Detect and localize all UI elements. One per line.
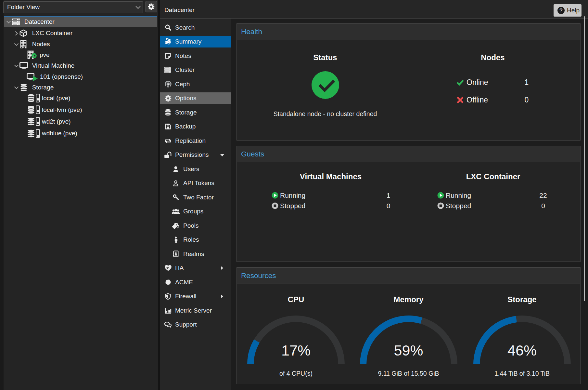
svg-text:?: ?	[559, 7, 563, 14]
